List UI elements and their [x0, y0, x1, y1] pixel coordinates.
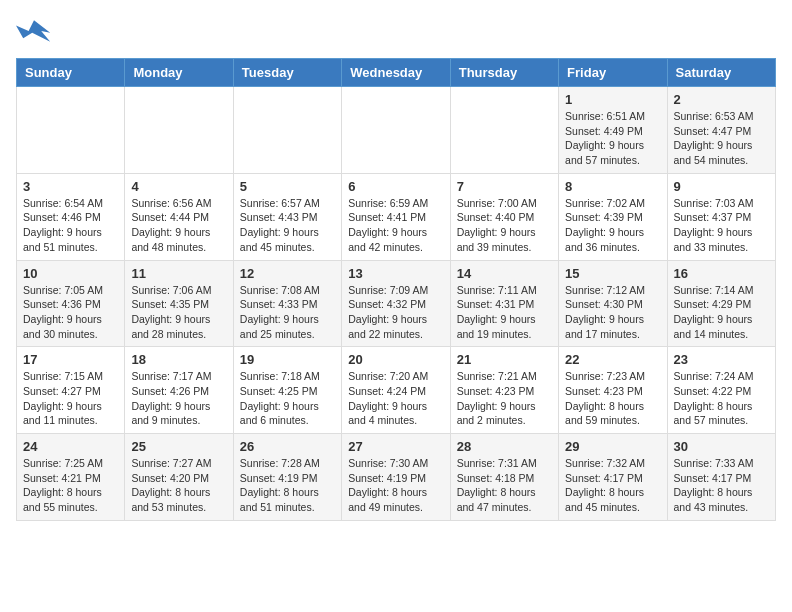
- day-info: Sunrise: 7:24 AMSunset: 4:22 PMDaylight:…: [674, 369, 769, 428]
- day-number: 9: [674, 179, 769, 194]
- day-cell: 2Sunrise: 6:53 AMSunset: 4:47 PMDaylight…: [667, 87, 775, 174]
- day-info: Sunrise: 7:05 AMSunset: 4:36 PMDaylight:…: [23, 283, 118, 342]
- day-cell: [17, 87, 125, 174]
- day-number: 25: [131, 439, 226, 454]
- day-number: 28: [457, 439, 552, 454]
- day-cell: 7Sunrise: 7:00 AMSunset: 4:40 PMDaylight…: [450, 173, 558, 260]
- weekday-header-tuesday: Tuesday: [233, 59, 341, 87]
- svg-marker-0: [16, 20, 50, 42]
- week-row-3: 10Sunrise: 7:05 AMSunset: 4:36 PMDayligh…: [17, 260, 776, 347]
- day-number: 5: [240, 179, 335, 194]
- day-cell: 12Sunrise: 7:08 AMSunset: 4:33 PMDayligh…: [233, 260, 341, 347]
- day-cell: [125, 87, 233, 174]
- day-info: Sunrise: 7:14 AMSunset: 4:29 PMDaylight:…: [674, 283, 769, 342]
- day-number: 20: [348, 352, 443, 367]
- day-info: Sunrise: 7:15 AMSunset: 4:27 PMDaylight:…: [23, 369, 118, 428]
- day-number: 1: [565, 92, 660, 107]
- day-cell: 18Sunrise: 7:17 AMSunset: 4:26 PMDayligh…: [125, 347, 233, 434]
- day-number: 4: [131, 179, 226, 194]
- logo: [16, 16, 56, 46]
- day-number: 16: [674, 266, 769, 281]
- day-cell: 3Sunrise: 6:54 AMSunset: 4:46 PMDaylight…: [17, 173, 125, 260]
- day-info: Sunrise: 7:11 AMSunset: 4:31 PMDaylight:…: [457, 283, 552, 342]
- day-info: Sunrise: 7:33 AMSunset: 4:17 PMDaylight:…: [674, 456, 769, 515]
- day-info: Sunrise: 7:30 AMSunset: 4:19 PMDaylight:…: [348, 456, 443, 515]
- day-number: 10: [23, 266, 118, 281]
- day-cell: 30Sunrise: 7:33 AMSunset: 4:17 PMDayligh…: [667, 434, 775, 521]
- day-number: 19: [240, 352, 335, 367]
- day-cell: 26Sunrise: 7:28 AMSunset: 4:19 PMDayligh…: [233, 434, 341, 521]
- day-number: 18: [131, 352, 226, 367]
- day-number: 15: [565, 266, 660, 281]
- weekday-header-row: SundayMondayTuesdayWednesdayThursdayFrid…: [17, 59, 776, 87]
- day-info: Sunrise: 6:51 AMSunset: 4:49 PMDaylight:…: [565, 109, 660, 168]
- weekday-header-friday: Friday: [559, 59, 667, 87]
- weekday-header-thursday: Thursday: [450, 59, 558, 87]
- day-cell: 27Sunrise: 7:30 AMSunset: 4:19 PMDayligh…: [342, 434, 450, 521]
- day-number: 24: [23, 439, 118, 454]
- day-cell: 13Sunrise: 7:09 AMSunset: 4:32 PMDayligh…: [342, 260, 450, 347]
- day-number: 14: [457, 266, 552, 281]
- day-info: Sunrise: 7:02 AMSunset: 4:39 PMDaylight:…: [565, 196, 660, 255]
- week-row-2: 3Sunrise: 6:54 AMSunset: 4:46 PMDaylight…: [17, 173, 776, 260]
- day-info: Sunrise: 7:06 AMSunset: 4:35 PMDaylight:…: [131, 283, 226, 342]
- day-number: 11: [131, 266, 226, 281]
- day-cell: 28Sunrise: 7:31 AMSunset: 4:18 PMDayligh…: [450, 434, 558, 521]
- day-info: Sunrise: 7:27 AMSunset: 4:20 PMDaylight:…: [131, 456, 226, 515]
- day-number: 23: [674, 352, 769, 367]
- day-info: Sunrise: 7:18 AMSunset: 4:25 PMDaylight:…: [240, 369, 335, 428]
- day-number: 7: [457, 179, 552, 194]
- day-cell: 10Sunrise: 7:05 AMSunset: 4:36 PMDayligh…: [17, 260, 125, 347]
- day-info: Sunrise: 7:31 AMSunset: 4:18 PMDaylight:…: [457, 456, 552, 515]
- day-info: Sunrise: 7:17 AMSunset: 4:26 PMDaylight:…: [131, 369, 226, 428]
- day-info: Sunrise: 7:28 AMSunset: 4:19 PMDaylight:…: [240, 456, 335, 515]
- day-info: Sunrise: 7:03 AMSunset: 4:37 PMDaylight:…: [674, 196, 769, 255]
- day-info: Sunrise: 6:59 AMSunset: 4:41 PMDaylight:…: [348, 196, 443, 255]
- day-cell: 1Sunrise: 6:51 AMSunset: 4:49 PMDaylight…: [559, 87, 667, 174]
- day-info: Sunrise: 7:00 AMSunset: 4:40 PMDaylight:…: [457, 196, 552, 255]
- day-info: Sunrise: 7:25 AMSunset: 4:21 PMDaylight:…: [23, 456, 118, 515]
- day-cell: 19Sunrise: 7:18 AMSunset: 4:25 PMDayligh…: [233, 347, 341, 434]
- day-cell: 17Sunrise: 7:15 AMSunset: 4:27 PMDayligh…: [17, 347, 125, 434]
- day-cell: 4Sunrise: 6:56 AMSunset: 4:44 PMDaylight…: [125, 173, 233, 260]
- day-cell: 8Sunrise: 7:02 AMSunset: 4:39 PMDaylight…: [559, 173, 667, 260]
- day-number: 29: [565, 439, 660, 454]
- day-cell: 16Sunrise: 7:14 AMSunset: 4:29 PMDayligh…: [667, 260, 775, 347]
- day-cell: 20Sunrise: 7:20 AMSunset: 4:24 PMDayligh…: [342, 347, 450, 434]
- weekday-header-sunday: Sunday: [17, 59, 125, 87]
- day-info: Sunrise: 6:57 AMSunset: 4:43 PMDaylight:…: [240, 196, 335, 255]
- day-number: 26: [240, 439, 335, 454]
- weekday-header-saturday: Saturday: [667, 59, 775, 87]
- day-cell: 11Sunrise: 7:06 AMSunset: 4:35 PMDayligh…: [125, 260, 233, 347]
- day-number: 3: [23, 179, 118, 194]
- page-header: [16, 16, 776, 46]
- logo-icon: [16, 16, 52, 46]
- day-cell: 22Sunrise: 7:23 AMSunset: 4:23 PMDayligh…: [559, 347, 667, 434]
- day-info: Sunrise: 6:56 AMSunset: 4:44 PMDaylight:…: [131, 196, 226, 255]
- day-info: Sunrise: 6:53 AMSunset: 4:47 PMDaylight:…: [674, 109, 769, 168]
- day-info: Sunrise: 7:21 AMSunset: 4:23 PMDaylight:…: [457, 369, 552, 428]
- day-info: Sunrise: 7:23 AMSunset: 4:23 PMDaylight:…: [565, 369, 660, 428]
- week-row-5: 24Sunrise: 7:25 AMSunset: 4:21 PMDayligh…: [17, 434, 776, 521]
- day-info: Sunrise: 7:20 AMSunset: 4:24 PMDaylight:…: [348, 369, 443, 428]
- day-cell: 29Sunrise: 7:32 AMSunset: 4:17 PMDayligh…: [559, 434, 667, 521]
- day-cell: 14Sunrise: 7:11 AMSunset: 4:31 PMDayligh…: [450, 260, 558, 347]
- day-number: 17: [23, 352, 118, 367]
- day-number: 2: [674, 92, 769, 107]
- day-cell: [233, 87, 341, 174]
- day-info: Sunrise: 7:08 AMSunset: 4:33 PMDaylight:…: [240, 283, 335, 342]
- day-number: 13: [348, 266, 443, 281]
- day-cell: 24Sunrise: 7:25 AMSunset: 4:21 PMDayligh…: [17, 434, 125, 521]
- weekday-header-wednesday: Wednesday: [342, 59, 450, 87]
- day-info: Sunrise: 7:12 AMSunset: 4:30 PMDaylight:…: [565, 283, 660, 342]
- day-cell: 5Sunrise: 6:57 AMSunset: 4:43 PMDaylight…: [233, 173, 341, 260]
- day-info: Sunrise: 7:09 AMSunset: 4:32 PMDaylight:…: [348, 283, 443, 342]
- day-cell: 15Sunrise: 7:12 AMSunset: 4:30 PMDayligh…: [559, 260, 667, 347]
- day-number: 22: [565, 352, 660, 367]
- day-info: Sunrise: 6:54 AMSunset: 4:46 PMDaylight:…: [23, 196, 118, 255]
- day-cell: [342, 87, 450, 174]
- calendar: SundayMondayTuesdayWednesdayThursdayFrid…: [16, 58, 776, 521]
- week-row-4: 17Sunrise: 7:15 AMSunset: 4:27 PMDayligh…: [17, 347, 776, 434]
- week-row-1: 1Sunrise: 6:51 AMSunset: 4:49 PMDaylight…: [17, 87, 776, 174]
- day-cell: 6Sunrise: 6:59 AMSunset: 4:41 PMDaylight…: [342, 173, 450, 260]
